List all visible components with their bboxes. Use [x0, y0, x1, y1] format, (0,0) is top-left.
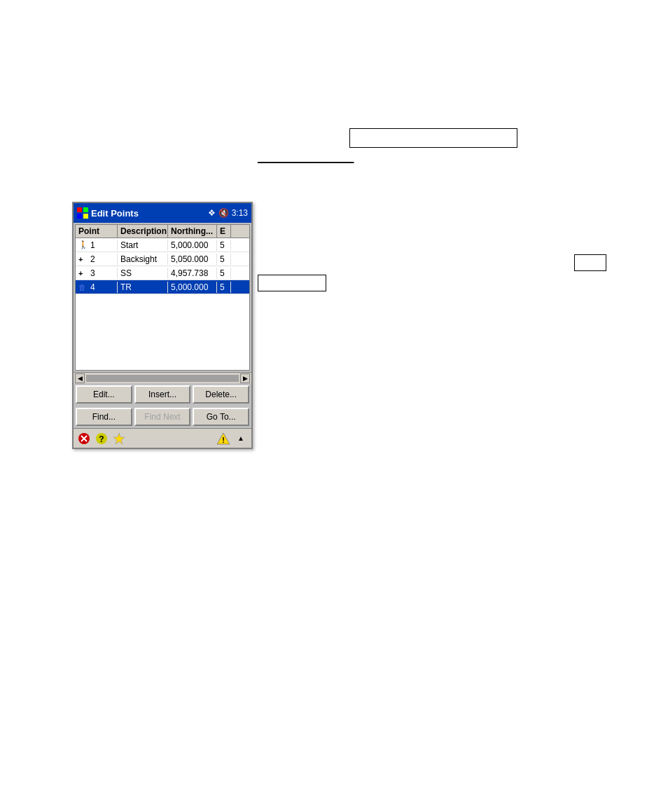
help-icon[interactable]: ? — [95, 432, 109, 446]
table-row[interactable]: + 2 Backsight 5,050.000 5 — [76, 252, 249, 266]
svg-rect-1 — [83, 207, 88, 212]
cell-e-4: 5 — [217, 282, 231, 293]
cell-e-2: 5 — [217, 254, 231, 265]
person-icon: 🚶 — [78, 240, 88, 249]
cell-point-2: + 2 — [76, 254, 118, 265]
cell-e-1: 5 — [217, 240, 231, 251]
floating-rect-right — [574, 254, 606, 271]
edit-points-window: Edit Points ❖ 🔇 3:13 Point Description N… — [72, 202, 253, 449]
star-icon[interactable] — [112, 432, 126, 446]
cell-point-4: 🗑 4 — [76, 282, 118, 293]
svg-rect-0 — [77, 207, 82, 212]
table-body: 🚶 1 Start 5,000.000 5 + 2 Backsight 5,05… — [76, 238, 249, 370]
cell-desc-1: Start — [118, 240, 168, 251]
scroll-up-icon[interactable]: ▲ — [234, 432, 248, 446]
scroll-left-button[interactable]: ◀ — [75, 373, 85, 383]
clock-display: 3:13 — [232, 208, 248, 218]
edit-button[interactable]: Edit... — [76, 385, 132, 404]
plus-icon: + — [78, 269, 88, 277]
table-empty-area — [76, 294, 249, 370]
find-button[interactable]: Find... — [76, 408, 132, 426]
window-title: Edit Points — [91, 208, 205, 219]
find-next-button[interactable]: Find Next — [134, 408, 191, 426]
table-row[interactable]: + 3 SS 4,957.738 5 — [76, 266, 249, 280]
windows-logo-icon — [77, 207, 88, 219]
plus-icon: + — [78, 255, 88, 263]
points-table: Point Description Northing... E 🚶 1 Star… — [75, 224, 250, 371]
scroll-right-button[interactable]: ▶ — [240, 373, 250, 383]
close-icon[interactable] — [77, 432, 91, 446]
delete-button[interactable]: Delete... — [193, 385, 249, 404]
button-row-2: Find... Find Next Go To... — [74, 406, 251, 428]
alert-icon[interactable]: ! — [216, 432, 230, 446]
horizontal-scrollbar[interactable]: ◀ ▶ — [74, 372, 251, 383]
bottom-toolbar: ? ! ▲ — [74, 428, 251, 448]
cell-northing-1: 5,000.000 — [168, 240, 217, 251]
table-header: Point Description Northing... E — [76, 225, 249, 238]
col-header-northing: Northing... — [168, 225, 217, 238]
button-row-1: Edit... Insert... Delete... — [74, 383, 251, 406]
trash-icon: 🗑 — [78, 283, 88, 291]
cell-e-3: 5 — [217, 268, 231, 279]
cell-point-1: 🚶 1 — [76, 240, 118, 251]
mute-icon: 🔇 — [218, 208, 229, 218]
underline-text: ___________________ — [258, 153, 354, 163]
table-row[interactable]: 🚶 1 Start 5,000.000 5 — [76, 238, 249, 252]
col-header-description: Description — [118, 225, 168, 238]
cell-desc-4: TR — [118, 282, 168, 293]
floating-rect-mid — [258, 275, 326, 291]
cell-point-3: + 3 — [76, 268, 118, 279]
insert-button[interactable]: Insert... — [134, 385, 191, 404]
cell-desc-2: Backsight — [118, 254, 168, 265]
svg-text:!: ! — [222, 436, 225, 444]
svg-marker-9 — [113, 433, 125, 444]
titlebar: Edit Points ❖ 🔇 3:13 — [74, 203, 251, 223]
svg-rect-3 — [83, 214, 88, 219]
svg-rect-2 — [77, 214, 82, 219]
table-row[interactable]: 🗑 4 TR 5,000.000 5 — [76, 280, 249, 294]
go-to-button[interactable]: Go To... — [193, 408, 249, 426]
cell-northing-4: 5,000.000 — [168, 282, 217, 293]
cell-desc-3: SS — [118, 268, 168, 279]
cell-northing-2: 5,050.000 — [168, 254, 217, 265]
titlebar-icons: ❖ 🔇 3:13 — [208, 208, 248, 218]
svg-text:?: ? — [99, 434, 104, 444]
col-header-point: Point — [76, 225, 118, 238]
col-header-e: E — [217, 225, 231, 238]
floating-rect-top — [349, 128, 517, 148]
cell-northing-3: 4,957.738 — [168, 268, 217, 279]
scroll-track — [86, 375, 239, 382]
wireless-icon: ❖ — [208, 208, 216, 218]
